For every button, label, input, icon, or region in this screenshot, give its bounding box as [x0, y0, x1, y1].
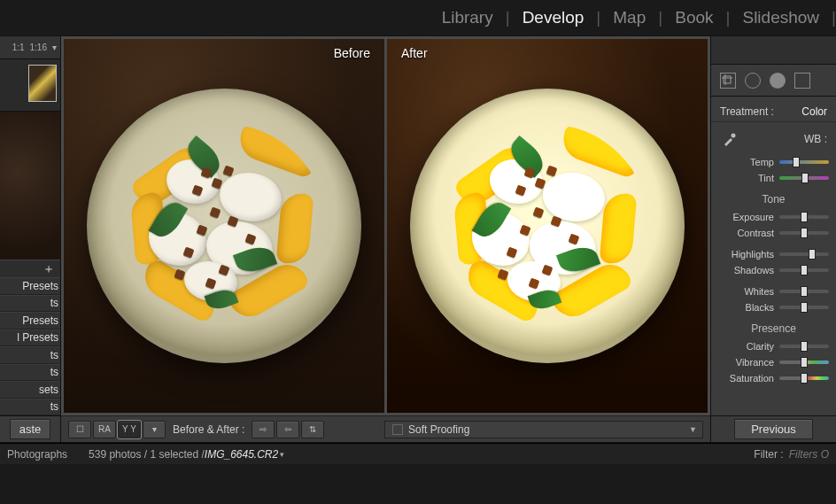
previous-button[interactable]: Previous: [734, 419, 813, 439]
view-toolbar: ☐ RA Y Y ▾ Before & After : ⇨ ⇦ ⇅ Soft P…: [61, 415, 710, 442]
module-map[interactable]: Map: [600, 8, 658, 27]
left-bottom-bar: aste: [0, 415, 60, 442]
whites-slider[interactable]: [779, 290, 829, 293]
view-mode-buttons: ☐ RA Y Y ▾: [68, 421, 166, 438]
module-slideshow[interactable]: Slideshow: [730, 8, 832, 27]
temp-slider[interactable]: [779, 160, 829, 164]
exposure-slider[interactable]: [779, 215, 829, 219]
exposure-label: Exposure: [723, 212, 774, 222]
develop-tool-strip: [711, 65, 836, 97]
saturation-row: Saturation: [711, 370, 836, 386]
navigator-zoom-strip: 1:1 1:16 ▾: [0, 36, 60, 59]
preset-folder[interactable]: sets: [0, 381, 60, 399]
treatment-value: Color: [801, 105, 827, 118]
center-panel: Before: [61, 36, 710, 442]
tint-label: Tint: [723, 173, 774, 183]
after-label: After: [401, 46, 428, 60]
soft-proofing-checkbox[interactable]: [392, 424, 403, 435]
crop-tool-icon[interactable]: [720, 73, 736, 89]
vibrance-slider[interactable]: [779, 361, 829, 364]
paste-button[interactable]: aste: [10, 419, 51, 439]
add-preset-bar: ＋: [0, 260, 60, 277]
before-after-nav: ⇨ ⇦ ⇅: [252, 421, 324, 438]
clarity-row: Clarity: [711, 338, 836, 354]
vibrance-label: Vibrance: [723, 357, 774, 368]
current-filename[interactable]: IMG_6645.CR2: [205, 448, 278, 461]
before-label: Before: [334, 46, 370, 60]
after-pane[interactable]: After: [387, 39, 708, 413]
photo-count: 539 photos / 1 selected /: [89, 448, 205, 461]
filename-chevron-icon[interactable]: ▾: [280, 450, 284, 459]
preset-folder[interactable]: ts: [0, 364, 60, 382]
chevron-down-icon: ▼: [689, 425, 697, 434]
status-bar: Photographs 539 photos / 1 selected / IM…: [0, 443, 836, 464]
saturation-slider[interactable]: [779, 376, 829, 380]
presence-section-label: Presence: [711, 315, 836, 338]
temp-label: Temp: [723, 157, 774, 167]
highlights-slider[interactable]: [779, 252, 829, 256]
zoom-chevron-icon[interactable]: ▾: [52, 43, 57, 52]
view-loupe-button[interactable]: ☐: [68, 421, 91, 438]
highlights-label: Highlights: [723, 249, 774, 260]
preset-folder[interactable]: Presets: [0, 312, 60, 330]
view-mode-dropdown[interactable]: ▾: [143, 421, 166, 438]
blacks-row: Blacks: [711, 299, 836, 315]
saturation-label: Saturation: [723, 373, 774, 384]
contrast-slider[interactable]: [779, 231, 829, 235]
radial-filter-icon[interactable]: [770, 73, 786, 89]
contrast-row: Contrast: [711, 225, 836, 241]
preset-list: Presets ts Presets l Presets ts ts sets …: [0, 277, 60, 415]
treatment-label: Treatment :: [720, 105, 774, 118]
shadows-label: Shadows: [723, 265, 774, 275]
spot-removal-icon[interactable]: [745, 73, 761, 89]
shadows-row: Shadows: [711, 262, 836, 278]
right-bottom-bar: Previous: [711, 415, 836, 442]
module-develop[interactable]: Develop: [510, 8, 597, 27]
right-panel: Treatment : Color WB : TempTint Tone Exp…: [710, 36, 836, 442]
left-panel: 1:1 1:16 ▾ ＋ Presets ts Presets l Preset…: [0, 36, 61, 442]
zoom-ratio-1-16[interactable]: 1:16: [30, 43, 47, 52]
exposure-row: Exposure: [711, 209, 836, 225]
collection-name[interactable]: Photographs: [7, 448, 67, 461]
module-book[interactable]: Book: [662, 8, 725, 27]
module-library[interactable]: Library: [430, 8, 506, 27]
view-yy-button[interactable]: Y Y: [118, 421, 141, 438]
clarity-slider[interactable]: [779, 345, 829, 348]
soft-proofing-label: Soft Proofing: [408, 423, 469, 436]
treatment-row[interactable]: Treatment : Color: [711, 102, 836, 122]
plus-icon[interactable]: ＋: [43, 261, 55, 277]
main-row: 1:1 1:16 ▾ ＋ Presets ts Presets l Preset…: [0, 35, 836, 443]
shadows-slider[interactable]: [779, 268, 829, 272]
graduated-filter-icon[interactable]: [794, 73, 810, 89]
preset-folder[interactable]: ts: [0, 399, 60, 416]
clarity-label: Clarity: [723, 341, 774, 352]
navigator-preview[interactable]: [0, 111, 60, 260]
copy-before-to-after-button[interactable]: ⇨: [252, 421, 275, 438]
tint-slider[interactable]: [779, 176, 829, 180]
blacks-label: Blacks: [723, 302, 774, 313]
zoom-ratio-1-1[interactable]: 1:1: [12, 43, 25, 52]
preset-folder[interactable]: ts: [0, 295, 60, 313]
eyedropper-icon[interactable]: [720, 129, 739, 149]
view-ra-button[interactable]: RA: [93, 421, 116, 438]
svg-point-3: [732, 134, 736, 138]
preset-folder[interactable]: l Presets: [0, 330, 60, 347]
presets-header[interactable]: Presets: [0, 277, 60, 295]
svg-rect-0: [724, 76, 731, 83]
basic-panel: Treatment : Color WB : TempTint Tone Exp…: [711, 97, 836, 415]
histogram[interactable]: [711, 36, 836, 65]
preset-folder[interactable]: ts: [0, 346, 60, 364]
copy-after-to-before-button[interactable]: ⇦: [276, 421, 299, 438]
filter-dropdown[interactable]: Filters O: [789, 448, 829, 461]
before-pane[interactable]: Before: [64, 39, 384, 413]
swap-before-after-button[interactable]: ⇅: [301, 421, 324, 438]
highlights-row: Highlights: [711, 246, 836, 262]
contrast-label: Contrast: [723, 228, 774, 238]
vibrance-row: Vibrance: [711, 354, 836, 370]
soft-proofing-dropdown[interactable]: Soft Proofing ▼: [384, 421, 703, 438]
tone-section-label: Tone: [711, 186, 836, 209]
blacks-slider[interactable]: [779, 306, 829, 309]
navigator-thumbnail[interactable]: [28, 65, 57, 102]
before-after-label: Before & After :: [173, 423, 244, 436]
whites-row: Whites: [711, 283, 836, 299]
